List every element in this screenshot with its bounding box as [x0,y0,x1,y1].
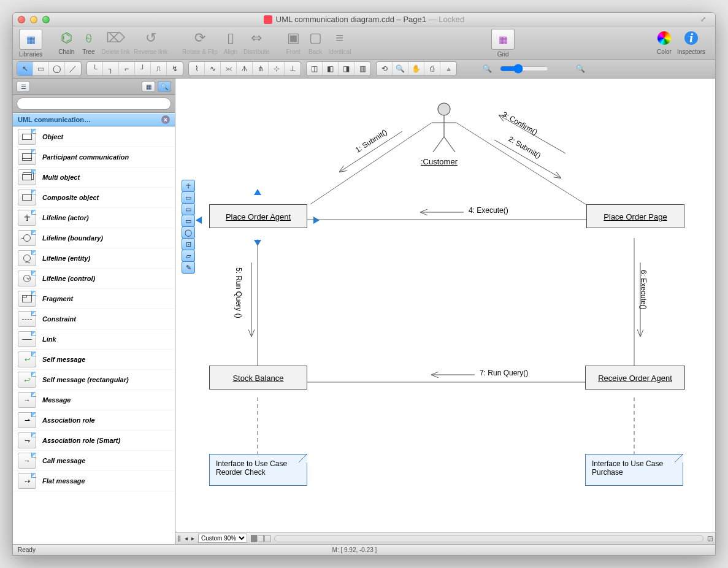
drawing-canvas[interactable]: ☥ ▭ ▭ ▭ ◯ ⊡ ▱ ✎ [175,79,715,532]
align-button[interactable]: ▯ [221,29,240,47]
window-title: UML communication diagram.cdd – Page1 — … [13,15,715,24]
conn-5[interactable]: ⎍ [151,62,167,75]
reverse-link-button[interactable]: ↺ [142,29,160,47]
shape-item[interactable]: ⇢Flat message [13,471,175,491]
node-stock-balance[interactable]: Stock Balance [209,366,307,390]
hand-tool[interactable]: ✋ [408,62,424,75]
horizontal-scrollbar[interactable] [274,535,703,542]
shape-ops: ◫ ◧ ◨ ▥ [306,61,371,76]
prev-page-button[interactable]: ◂ [185,535,188,542]
rect-tool[interactable]: ▭ [33,62,49,75]
node-place-order-agent[interactable]: Place Order Agent [209,204,307,228]
line-tool[interactable]: ／ [65,62,81,75]
zoom-slider-input[interactable] [500,64,549,74]
shape-item[interactable]: →Message [13,390,175,410]
identical-button[interactable]: ≡ [331,29,349,47]
shape-item[interactable]: ↩Self message [13,350,175,370]
op-1[interactable]: ◫ [307,62,323,75]
path-2[interactable]: ∿ [205,62,221,75]
color-button[interactable] [655,29,673,47]
canvas-bottom-bar: ‖ ◂ ▸ Custom 90% ◲ [175,532,715,544]
pointer-tool[interactable]: ↖ [17,62,33,75]
shape-item[interactable]: ☥Lifeline (actor) [13,208,175,228]
path-7[interactable]: ⊥ [285,62,301,75]
zoom-slider[interactable] [500,64,567,74]
chain-button[interactable]: ⌬ [57,29,75,47]
resize-grip-icon[interactable]: ◲ [707,535,713,542]
shape-item[interactable]: Lifeline (control) [13,269,175,289]
shape-item[interactable]: Constraint [13,309,175,329]
conn-4[interactable]: ┘ [135,62,151,75]
note-reorder[interactable]: Interface to Use Case Reorder Check [209,454,307,486]
fullscreen-icon[interactable]: ⤢ [700,15,710,24]
conn-1[interactable]: └ [87,62,103,75]
path-tools: ⌇ ∿ ⩙ ⩚ ⋔ ⊹ ⊥ [188,61,301,76]
shape-item[interactable]: Fragment [13,289,175,309]
shape-item[interactable]: ⇀Association role [13,410,175,431]
path-3[interactable]: ⩙ [221,62,237,75]
shape-item[interactable]: Composite object [13,188,175,208]
path-1[interactable]: ⌇ [189,62,205,75]
shape-item[interactable]: ⮐Self message (rectangular) [13,370,175,390]
zoom-tool[interactable]: 🔍 [393,62,408,75]
crop-tool[interactable]: ⎙ [424,62,440,75]
note-purchase[interactable]: Interface to Use Case Purchase [585,454,683,486]
svg-line-4 [444,137,455,152]
shape-list[interactable]: Object Participant communication Multi o… [13,126,175,544]
libraries-button[interactable]: ▦ [19,29,42,50]
delete-link-button[interactable]: ⌦ [107,29,125,47]
front-button[interactable]: ▣ [284,29,302,47]
conn-2[interactable]: ┐ [103,62,119,75]
shape-item[interactable]: ⇁Association role (Smart) [13,431,175,451]
close-window-button[interactable] [18,16,25,23]
op-4[interactable]: ▥ [354,62,370,75]
zoom-out-icon[interactable]: 🔍 [479,62,495,75]
view-search-button[interactable]: 🔍 [158,81,171,92]
shape-item[interactable]: Link [13,329,175,350]
path-4[interactable]: ⩚ [237,62,253,75]
inspectors-button[interactable]: i [682,29,700,47]
back-button[interactable]: ▢ [306,29,324,47]
conn-3[interactable]: ⌐ [119,62,135,75]
shape-item[interactable]: Participant communication [13,147,175,167]
shape-item[interactable]: Multi object [13,167,175,188]
grid-button[interactable]: ▦ [491,29,515,50]
ruler-tool[interactable]: ⟁ [440,62,456,75]
library-header[interactable]: UML communication… × [13,113,175,126]
path-5[interactable]: ⋔ [253,62,269,75]
distribute-button[interactable]: ⇔ [247,29,266,47]
zoom-window-button[interactable] [42,16,50,23]
rotate-flip-button[interactable]: ⟳ [191,29,209,47]
library-search-input[interactable] [17,98,171,110]
ellipse-tool[interactable]: ◯ [49,62,65,75]
msg-6-label: 6: Execute() [639,270,648,310]
view-grid-button[interactable]: ▦ [142,81,155,92]
node-place-order-page[interactable]: Place Order Page [586,204,684,228]
minimize-window-button[interactable] [30,16,37,23]
page-thumbs[interactable] [251,535,270,542]
op-3[interactable]: ◨ [339,62,354,75]
refresh-tool[interactable]: ⟲ [377,62,393,75]
shape-item[interactable]: →Call message [13,451,175,471]
nav-tools: ⟲ 🔍 ✋ ⎙ ⟁ [376,61,457,76]
msg-4-label: 4: Execute() [469,206,508,215]
zoom-in-icon[interactable]: 🔍 [572,62,588,75]
op-2[interactable]: ◧ [323,62,339,75]
zoom-select[interactable]: Custom 90% [198,534,247,543]
shape-item[interactable]: Object [13,127,175,147]
pause-icon[interactable]: ‖ [178,535,181,542]
close-library-button[interactable]: × [161,115,170,124]
next-page-button[interactable]: ▸ [191,535,194,542]
shape-item[interactable]: Lifeline (boundary) [13,228,175,248]
distribute-label: Distribute [243,48,269,55]
view-list-button[interactable]: ☰ [17,81,30,92]
tree-button[interactable]: ⍬ [79,29,98,47]
zoom-out-btn[interactable]: 🔍 [479,62,495,75]
identical-label: Identical [328,48,351,55]
shape-item[interactable]: Lifeline (entity) [13,248,175,269]
back-label: Back [308,48,322,55]
svg-point-0 [438,103,450,115]
path-6[interactable]: ⊹ [269,62,285,75]
node-receive-order-agent[interactable]: Receive Order Agent [585,366,685,390]
conn-6[interactable]: ↯ [167,62,183,75]
